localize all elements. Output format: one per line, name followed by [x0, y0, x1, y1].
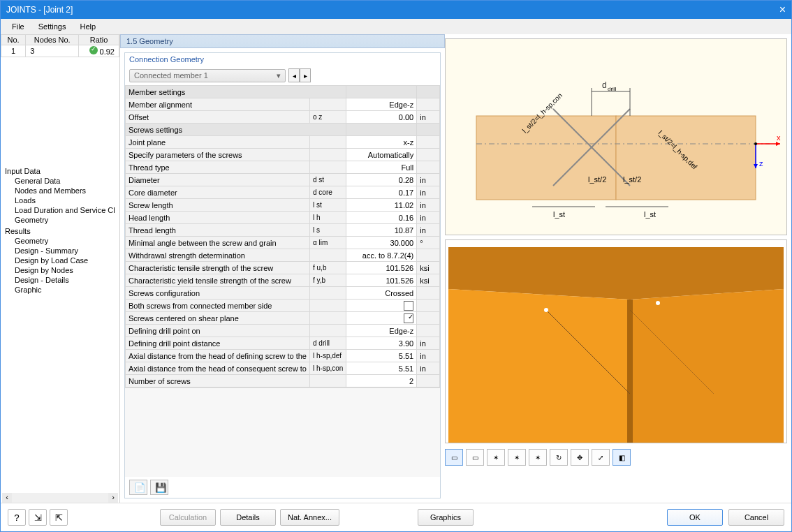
- row-label: Joint plane: [126, 136, 310, 149]
- col-nodes[interactable]: Nodes No.: [26, 35, 79, 45]
- row-value[interactable]: 0.17: [346, 186, 417, 199]
- svg-marker-25: [448, 247, 784, 300]
- info-button[interactable]: 📄: [129, 480, 147, 495]
- import-button[interactable]: ⇱: [50, 509, 68, 526]
- save-props-button[interactable]: 💾: [150, 480, 168, 495]
- window-title: JOINTS - [Joint 2]: [6, 5, 73, 15]
- both-screws-checkbox[interactable]: [404, 301, 413, 311]
- row-value[interactable]: Edge-z: [346, 98, 417, 111]
- menu-settings[interactable]: Settings: [31, 21, 73, 32]
- svg-point-31: [544, 308, 548, 312]
- view-axes-xz-button[interactable]: ✶: [508, 449, 526, 466]
- calculation-button[interactable]: Calculation: [160, 509, 216, 526]
- row-label: Thread type: [126, 161, 310, 174]
- row-unit: in: [417, 212, 440, 224]
- view-shade-button[interactable]: ◧: [613, 449, 631, 466]
- row-unit: °: [417, 237, 440, 249]
- schematic-diagram[interactable]: ddrill l_st/2=l_h-sp,con l_st/2=l_h-sp,d…: [445, 38, 787, 235]
- tree-item-design-loadcase[interactable]: Design by Load Case: [5, 256, 115, 265]
- row-symbol: d core: [309, 186, 346, 199]
- row-value[interactable]: 101.526: [346, 274, 417, 287]
- tree-group-results[interactable]: Results: [5, 226, 115, 236]
- row-value[interactable]: 5.51: [346, 362, 417, 375]
- row-label: Diameter: [126, 174, 310, 186]
- menu-file[interactable]: File: [5, 21, 31, 32]
- row-value[interactable]: Full: [346, 161, 417, 174]
- tree-item-design-details[interactable]: Design - Details: [5, 275, 115, 285]
- row-value[interactable]: Automatically: [346, 149, 417, 161]
- titlebar: JOINTS - [Joint 2] ×: [1, 1, 791, 19]
- graphics-button[interactable]: Graphics: [418, 509, 474, 526]
- view-axes-yz-button[interactable]: ✶: [529, 449, 547, 466]
- row-label: Withdrawal strength determination: [126, 249, 310, 262]
- row-value[interactable]: 3.90: [346, 337, 417, 350]
- view-zoom-button[interactable]: ⤢: [592, 449, 610, 466]
- svg-text:l_st/2: l_st/2: [588, 175, 606, 184]
- tree-item-load-duration[interactable]: Load Duration and Service Class: [5, 205, 115, 215]
- tree-item-graphic[interactable]: Graphic: [5, 285, 115, 295]
- row-value[interactable]: 0.00: [346, 111, 417, 124]
- view-iso1-button[interactable]: ▭: [445, 449, 463, 466]
- table-row[interactable]: 1 3 0.92: [1, 45, 119, 57]
- row-value[interactable]: 11.02: [346, 199, 417, 212]
- tree-item-loads[interactable]: Loads: [5, 195, 115, 205]
- menu-help[interactable]: Help: [73, 21, 103, 32]
- row-value[interactable]: 2: [346, 375, 417, 387]
- scroll-left-icon[interactable]: ‹: [2, 493, 12, 503]
- row-value[interactable]: 30.000: [346, 237, 417, 249]
- row-value[interactable]: acc. to 8.7.2(4): [346, 249, 417, 262]
- row-value[interactable]: 10.87: [346, 224, 417, 237]
- render-3d[interactable]: [445, 239, 787, 443]
- details-button[interactable]: Details: [220, 509, 276, 526]
- row-symbol: l h: [309, 212, 346, 224]
- next-member-button[interactable]: ▸: [300, 68, 311, 82]
- row-value[interactable]: Crossed: [346, 287, 417, 300]
- render-svg: [446, 240, 786, 443]
- member-select[interactable]: Connected member 1 ▾: [129, 69, 286, 82]
- scroll-right-icon[interactable]: ›: [108, 493, 118, 503]
- view-iso2-button[interactable]: ▭: [466, 449, 484, 466]
- row-value[interactable]: Edge-z: [346, 325, 417, 337]
- tree-hscroll[interactable]: ‹ ›: [2, 493, 118, 503]
- row-value[interactable]: 5.51: [346, 350, 417, 362]
- right-panel: ddrill l_st/2=l_h-sp,con l_st/2=l_h-sp,d…: [445, 34, 791, 503]
- scroll-track[interactable]: [12, 493, 108, 503]
- view-pan-button[interactable]: ✥: [571, 449, 589, 466]
- close-icon[interactable]: ×: [779, 3, 786, 16]
- tree-group-input[interactable]: Input Data: [5, 166, 115, 176]
- tree-item-design-nodes[interactable]: Design by Nodes: [5, 265, 115, 275]
- row-value[interactable]: 0.28: [346, 174, 417, 186]
- nat-annex-button[interactable]: Nat. Annex...: [280, 509, 339, 526]
- cancel-button[interactable]: Cancel: [728, 509, 784, 526]
- row-label: Thread length: [126, 224, 310, 237]
- row-symbol: l s: [309, 224, 346, 237]
- tree-item-nodes-members[interactable]: Nodes and Members: [5, 186, 115, 195]
- tree-item-geometry[interactable]: Geometry: [5, 215, 115, 225]
- row-value[interactable]: x-z: [346, 136, 417, 149]
- view-rotate-button[interactable]: ↻: [550, 449, 568, 466]
- svg-marker-28: [627, 300, 633, 443]
- svg-text:d: d: [602, 80, 607, 90]
- export-button[interactable]: ⇲: [29, 509, 47, 526]
- row-value[interactable]: 101.526: [346, 262, 417, 274]
- help-icon-button[interactable]: ?: [8, 509, 26, 526]
- row-label: Axial distance from the head of conseque…: [126, 362, 310, 375]
- tree-item-general-data[interactable]: General Data: [5, 176, 115, 186]
- prev-member-button[interactable]: ◂: [288, 68, 300, 82]
- tree-item-design-summary[interactable]: Design - Summary: [5, 246, 115, 256]
- view-axes-xy-button[interactable]: ✶: [487, 449, 505, 466]
- col-no[interactable]: No.: [1, 35, 26, 45]
- col-ratio[interactable]: Ratio: [79, 35, 119, 45]
- center-panel: 1.5 Geometry Connection Geometry Connect…: [120, 34, 445, 503]
- row-symbol: l h-sp,con: [309, 362, 346, 375]
- row-symbol: l st: [309, 199, 346, 212]
- row-value[interactable]: 0.16: [346, 212, 417, 224]
- svg-text:l_st: l_st: [644, 210, 656, 219]
- property-box: Connection Geometry Connected member 1 ▾…: [124, 52, 441, 498]
- tree-item-res-geometry[interactable]: Geometry: [5, 236, 115, 246]
- svg-marker-26: [448, 289, 630, 443]
- svg-text:z: z: [759, 159, 763, 168]
- ok-button[interactable]: OK: [667, 509, 723, 526]
- row-label: Defining drill point on: [126, 325, 310, 337]
- centered-checkbox[interactable]: [404, 313, 413, 323]
